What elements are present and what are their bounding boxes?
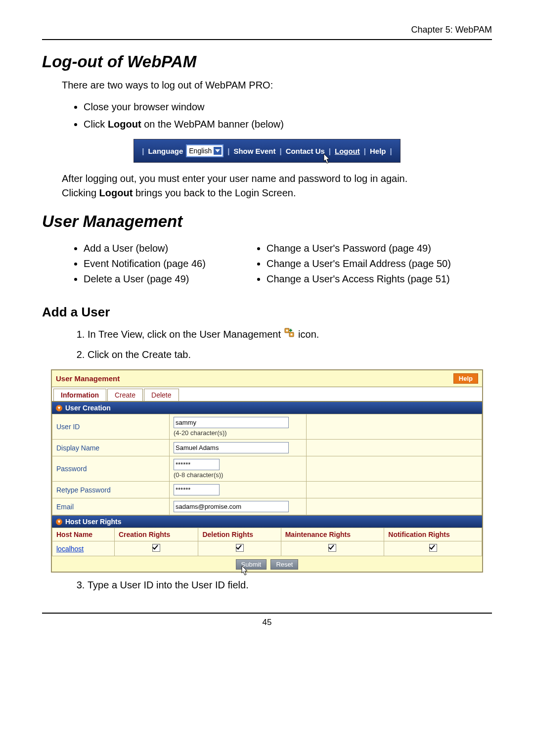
- reset-button[interactable]: Reset: [270, 559, 298, 570]
- bullet-click-logout: Click Logout on the WebPAM banner (below…: [84, 117, 492, 132]
- panel-help-button[interactable]: Help: [453, 373, 478, 384]
- checkbox-creation[interactable]: [152, 544, 160, 552]
- logout-after-text: After logging out, you must enter your u…: [62, 172, 492, 200]
- language-label: Language: [148, 147, 183, 155]
- tab-information[interactable]: Information: [53, 389, 106, 401]
- host-rights-table: Host Name Creation Rights Deletion Right…: [52, 528, 482, 556]
- svg-point-3: [290, 334, 292, 336]
- topic-change-email: Change a User's Email Address (page 50): [267, 256, 492, 271]
- step-3: Type a User ID into the User ID field.: [88, 578, 492, 593]
- checkbox-maintenance[interactable]: [328, 544, 336, 552]
- password-hint: (0-8 character(s)): [174, 471, 302, 479]
- step-1: In Tree View, click on the User Manageme…: [88, 327, 492, 343]
- topic-change-rights: Change a User's Access Rights (page 51): [267, 271, 492, 287]
- add-user-steps-cont: Type a User ID into the User ID field.: [66, 578, 492, 593]
- collapse-icon[interactable]: ▾: [56, 405, 62, 411]
- logout-bullets: Close your browser window Click Logout o…: [62, 99, 492, 132]
- label-email: Email: [52, 498, 170, 515]
- col-notification: Notification Rights: [384, 528, 482, 541]
- user-mgmt-topics: Add a User (below) Event Notification (p…: [62, 238, 492, 290]
- label-displayname: Display Name: [52, 440, 170, 456]
- chapter-header: Chapter 5: WebPAM: [42, 25, 492, 40]
- chevron-down-icon: [214, 147, 222, 155]
- checkbox-notification[interactable]: [429, 544, 437, 552]
- displayname-field[interactable]: [174, 442, 289, 453]
- col-hostname: Host Name: [52, 528, 115, 541]
- heading-user-mgmt: User Management: [42, 212, 492, 231]
- submit-button[interactable]: Submit: [236, 559, 267, 570]
- banner-show-event[interactable]: Show Event: [233, 147, 275, 155]
- label-userid: User ID: [52, 414, 170, 440]
- tab-delete[interactable]: Delete: [144, 389, 178, 401]
- label-password: Password: [52, 456, 170, 482]
- checkbox-deletion[interactable]: [236, 544, 244, 552]
- svg-point-1: [286, 330, 288, 332]
- email-field[interactable]: [174, 501, 289, 512]
- user-mgmt-panel: User Management Help Information Create …: [51, 369, 483, 573]
- tab-create[interactable]: Create: [107, 389, 143, 401]
- col-maintenance: Maintenance Rights: [281, 528, 384, 541]
- add-user-steps: In Tree View, click on the User Manageme…: [66, 327, 492, 362]
- topic-change-pw: Change a User's Password (page 49): [267, 241, 492, 256]
- bullet-close-browser: Close your browser window: [84, 99, 492, 115]
- collapse-icon[interactable]: ▾: [56, 519, 62, 525]
- webpam-banner: | Language English | Show Event | Contac…: [134, 139, 400, 163]
- col-creation: Creation Rights: [114, 528, 198, 541]
- section-host-rights: ▾ Host User Rights: [52, 515, 482, 528]
- password-field[interactable]: [174, 459, 220, 470]
- language-select[interactable]: English: [186, 144, 223, 157]
- userid-field[interactable]: [174, 417, 289, 428]
- userid-hint: (4-20 character(s)): [174, 429, 302, 437]
- table-row: localhost: [52, 541, 482, 556]
- topic-delete-user: Delete a User (page 49): [84, 271, 245, 287]
- heading-add-user: Add a User: [42, 305, 492, 320]
- banner-logout[interactable]: Logout: [335, 147, 360, 155]
- banner-help[interactable]: Help: [370, 147, 386, 155]
- user-creation-form: User ID (4-20 character(s)) Display Name…: [52, 414, 482, 515]
- label-retype-password: Retype Password: [52, 482, 170, 498]
- retype-password-field[interactable]: [174, 484, 220, 495]
- panel-tabs: Information Create Delete: [52, 387, 482, 401]
- page-number: 45: [42, 613, 492, 627]
- col-deletion: Deletion Rights: [198, 528, 281, 541]
- section-user-creation: ▾ User Creation: [52, 401, 482, 414]
- topic-event-notif: Event Notification (page 46): [84, 256, 245, 271]
- step-2: Click on the Create tab.: [88, 347, 492, 362]
- host-link[interactable]: localhost: [56, 545, 84, 553]
- topic-add-user: Add a User (below): [84, 241, 245, 256]
- panel-title: User Management: [56, 374, 120, 383]
- logout-intro: There are two ways to log out of WebPAM …: [62, 78, 492, 92]
- user-management-icon: [284, 327, 296, 343]
- heading-logout: Log-out of WebPAM: [42, 52, 492, 71]
- banner-contact-us[interactable]: Contact Us: [286, 147, 325, 155]
